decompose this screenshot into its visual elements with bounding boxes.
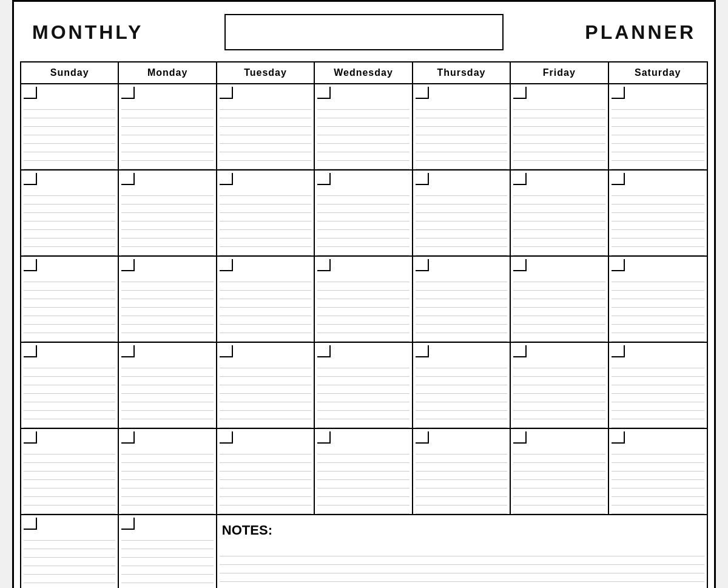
- cell-r4-fri[interactable]: [511, 343, 608, 428]
- line: [416, 110, 507, 118]
- cell-r5-sun[interactable]: [21, 429, 119, 514]
- calendar-row-5: [21, 429, 707, 515]
- cell-lines: [612, 446, 704, 514]
- cell-r5-sat[interactable]: [609, 429, 707, 514]
- line: [513, 368, 605, 377]
- line: [317, 101, 409, 110]
- cell-r2-sat[interactable]: [609, 171, 707, 255]
- cell-r5-fri[interactable]: [511, 429, 608, 514]
- date-box: [121, 518, 135, 530]
- cell-r4-wed[interactable]: [315, 343, 413, 428]
- cell-r1-tue[interactable]: [217, 84, 315, 169]
- header-tuesday: Tuesday: [217, 63, 315, 83]
- line: [416, 488, 507, 497]
- line: [317, 291, 409, 299]
- cell-lines: [513, 188, 605, 255]
- cell-r3-thu[interactable]: [413, 257, 511, 342]
- cell-r3-fri[interactable]: [511, 257, 608, 342]
- line: [220, 144, 311, 152]
- header-wednesday: Wednesday: [315, 63, 413, 83]
- date-box: [317, 259, 331, 271]
- line: [416, 299, 507, 308]
- cell-r6-mon[interactable]: [119, 515, 217, 588]
- line: [220, 497, 311, 505]
- header-saturday: Saturday: [609, 63, 707, 83]
- line: [121, 394, 213, 402]
- line: [317, 385, 409, 394]
- cell-r4-thu[interactable]: [413, 343, 511, 428]
- cell-r4-sun[interactable]: [21, 343, 119, 428]
- line: [121, 204, 213, 213]
- line: [513, 325, 605, 333]
- line: [121, 274, 213, 282]
- notes-label: NOTES:: [220, 518, 704, 543]
- cell-r3-wed[interactable]: [315, 257, 413, 342]
- cell-r2-tue[interactable]: [217, 171, 315, 255]
- cell-r1-mon[interactable]: [119, 84, 217, 169]
- line: [24, 583, 115, 588]
- line: [513, 291, 605, 299]
- cell-lines: [513, 446, 605, 514]
- line: [612, 101, 704, 110]
- cell-lines: [416, 188, 507, 255]
- cell-r6-sun[interactable]: [21, 515, 119, 588]
- cell-r1-fri[interactable]: [511, 84, 608, 169]
- date-box: [24, 259, 37, 271]
- line: [612, 325, 704, 333]
- line: [121, 549, 213, 558]
- line: [220, 188, 311, 196]
- date-box: [612, 87, 625, 99]
- cell-r5-tue[interactable]: [217, 429, 315, 514]
- cell-r4-tue[interactable]: [217, 343, 315, 428]
- cell-r1-thu[interactable]: [413, 84, 511, 169]
- cell-lines: [220, 188, 311, 255]
- line: [220, 118, 311, 127]
- line: [317, 497, 409, 505]
- cell-r5-thu[interactable]: [413, 429, 511, 514]
- title-input-box[interactable]: [224, 14, 504, 50]
- cell-lines: [24, 188, 115, 255]
- line: [416, 455, 507, 463]
- notes-section[interactable]: NOTES:: [217, 515, 707, 588]
- line: [220, 455, 311, 463]
- line: [513, 308, 605, 316]
- line: [220, 505, 311, 514]
- line: [24, 368, 115, 377]
- line: [513, 135, 605, 144]
- cell-lines: [121, 532, 213, 588]
- cell-r1-sat[interactable]: [609, 84, 707, 169]
- cell-r5-mon[interactable]: [119, 429, 217, 514]
- cell-lines: [317, 360, 409, 428]
- cell-r2-thu[interactable]: [413, 171, 511, 255]
- date-box: [513, 345, 527, 357]
- line: [24, 505, 115, 514]
- cell-r1-sun[interactable]: [21, 84, 119, 169]
- cell-r3-sun[interactable]: [21, 257, 119, 342]
- line: [24, 161, 115, 169]
- date-box: [24, 431, 37, 444]
- line: [24, 127, 115, 135]
- cell-r2-mon[interactable]: [119, 171, 217, 255]
- line: [24, 188, 115, 196]
- cell-r5-wed[interactable]: [315, 429, 413, 514]
- line: [612, 497, 704, 505]
- line: [24, 308, 115, 316]
- cell-r2-wed[interactable]: [315, 171, 413, 255]
- cell-r4-mon[interactable]: [119, 343, 217, 428]
- line: [317, 213, 409, 221]
- line: [612, 135, 704, 144]
- cell-r2-fri[interactable]: [511, 171, 608, 255]
- cell-r3-mon[interactable]: [119, 257, 217, 342]
- line: [612, 333, 704, 342]
- line: [317, 505, 409, 514]
- line: [513, 419, 605, 428]
- cell-r2-sun[interactable]: [21, 171, 119, 255]
- cell-r3-tue[interactable]: [217, 257, 315, 342]
- line: [24, 238, 115, 247]
- notes-lines: [220, 548, 704, 588]
- cell-r4-sat[interactable]: [609, 343, 707, 428]
- cell-r1-wed[interactable]: [315, 84, 413, 169]
- line: [220, 291, 311, 299]
- cell-r3-sat[interactable]: [609, 257, 707, 342]
- line: [220, 419, 311, 428]
